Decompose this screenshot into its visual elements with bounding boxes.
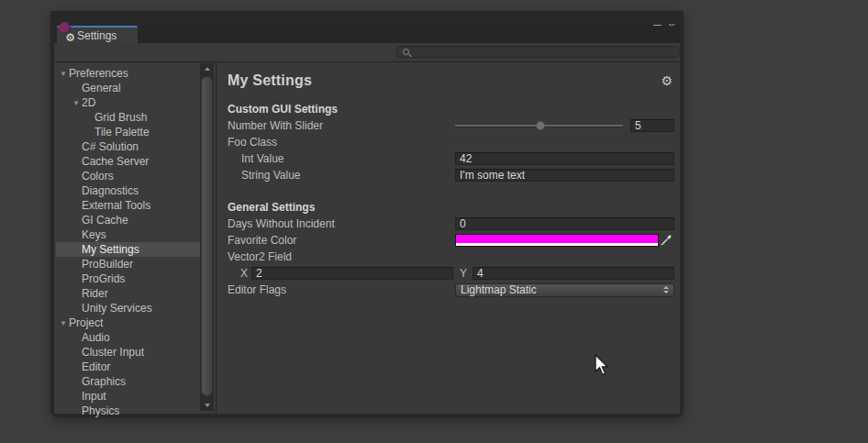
sidebar-item[interactable]: Colors	[56, 169, 200, 183]
scroll-up-button[interactable]	[200, 63, 214, 74]
editor-flags-dropdown[interactable]: Lightmap Static	[455, 283, 674, 297]
sidebar-item-label: Physics	[82, 404, 119, 417]
triangle-up-icon	[205, 67, 210, 71]
field-label: Editor Flags	[228, 283, 455, 296]
sidebar-item[interactable]: Graphics	[56, 374, 200, 389]
settings-sidebar: ▼ Preferences General ▼ 2D	[54, 62, 217, 414]
sidebar-item-label: Rider	[82, 287, 108, 300]
sidebar-item[interactable]: External Tools	[56, 198, 200, 213]
sidebar-item[interactable]: ProGrids	[56, 271, 200, 286]
sidebar-item-label: Editor	[82, 360, 110, 373]
x-axis-label: X	[240, 267, 248, 280]
string-value-field[interactable]: I'm some text	[455, 169, 674, 182]
sidebar-item[interactable]: Editor	[56, 360, 200, 374]
field-label: Days Without Incident	[228, 217, 455, 230]
sidebar-item[interactable]: Cluster Input	[56, 345, 200, 360]
sidebar-item[interactable]: Grid Brush	[56, 110, 200, 125]
settings-tree: ▼ Preferences General ▼ 2D	[54, 62, 216, 418]
sidebar-item[interactable]: C# Solution	[56, 139, 200, 154]
settings-window: × ⚙ Settings ▼	[50, 11, 684, 417]
sidebar-item[interactable]: My Settings	[56, 242, 200, 257]
sidebar-item-label: Project	[69, 316, 103, 329]
sidebar-item-label: Cluster Input	[82, 346, 144, 359]
scrollbar-thumb[interactable]	[201, 76, 213, 396]
row-vector2-label: Vector2 Field	[228, 249, 674, 265]
section-header-custom-gui: Custom GUI Settings	[228, 101, 674, 117]
tab-settings[interactable]: ⚙ Settings	[57, 26, 138, 43]
sidebar-item[interactable]: ▼ Preferences	[56, 66, 200, 81]
sidebar-item-label: Grid Brush	[95, 111, 147, 124]
sidebar-item[interactable]: Keys	[56, 227, 200, 242]
sidebar-item-label: 2D	[82, 96, 95, 109]
tab-strip: ⚙ Settings	[54, 26, 680, 43]
window-titlebar: ×	[54, 11, 680, 26]
sidebar-item-label: Unity Services	[82, 302, 152, 315]
sidebar-item[interactable]: ▼ Project	[56, 316, 200, 330]
row-days-without-incident: Days Without Incident 0	[228, 216, 674, 232]
sidebar-item[interactable]: General	[56, 81, 200, 95]
sidebar-item[interactable]: Physics	[56, 404, 200, 418]
slider-thumb[interactable]	[536, 121, 545, 130]
field-label: Foo Class	[228, 136, 455, 149]
section-header-general: General Settings	[228, 199, 674, 216]
eyedropper-icon[interactable]	[659, 234, 674, 247]
page-title: My Settings	[228, 72, 312, 89]
sidebar-item-label: Preferences	[69, 67, 128, 80]
settings-tab-icon: ⚙	[60, 28, 75, 42]
color-swatch-fill	[456, 235, 658, 243]
search-input[interactable]	[413, 47, 680, 57]
row-string-value: String Value I'm some text	[228, 167, 674, 183]
sidebar-item[interactable]: ▼ 2D	[56, 95, 200, 110]
row-foo-class: Foo Class	[228, 134, 674, 150]
sidebar-item-label: Keys	[82, 228, 106, 241]
expander-arrow-icon[interactable]: ▼	[58, 319, 69, 327]
sidebar-item[interactable]: Rider	[56, 286, 200, 301]
color-field[interactable]	[455, 234, 659, 247]
expander-arrow-icon[interactable]: ▼	[58, 70, 69, 78]
dropdown-arrows-icon	[663, 286, 669, 293]
sidebar-item-label: Tile Palette	[95, 126, 150, 138]
sidebar-item[interactable]: Tile Palette	[56, 125, 200, 139]
days-field[interactable]: 0	[455, 217, 674, 230]
desktop: { "window": { "tab_title": "Settings" },…	[0, 0, 868, 443]
sidebar-item-label: Audio	[82, 331, 110, 344]
sidebar-item[interactable]: Cache Server	[56, 154, 200, 169]
tab-title: Settings	[77, 29, 117, 42]
scroll-down-button[interactable]	[200, 400, 214, 411]
field-label: Vector2 Field	[228, 250, 455, 263]
sidebar-item[interactable]: Input	[56, 389, 200, 404]
sidebar-item-label: Graphics	[82, 375, 126, 388]
sidebar-item-label: Diagnostics	[82, 184, 139, 197]
sidebar-item[interactable]: Unity Services	[56, 301, 200, 316]
int-value-field[interactable]: 42	[455, 152, 674, 165]
row-favorite-color: Favorite Color	[228, 232, 674, 249]
sidebar-item-label: External Tools	[82, 199, 150, 212]
sidebar-item[interactable]: GI Cache	[56, 213, 200, 227]
sidebar-item[interactable]: Diagnostics	[56, 183, 200, 198]
number-slider[interactable]	[455, 119, 623, 132]
row-vector2-xy: X 2 Y 4	[228, 265, 674, 282]
search-box[interactable]	[395, 46, 681, 58]
y-axis-label: Y	[460, 267, 467, 280]
row-editor-flags: Editor Flags Lightmap Static	[228, 282, 674, 298]
settings-content: My Settings ⚙ Custom GUI Settings Number…	[217, 62, 680, 414]
sidebar-item-label: My Settings	[82, 243, 139, 256]
vector2-y-field[interactable]: 4	[473, 267, 674, 280]
sidebar-item[interactable]: ProBuilder	[56, 257, 200, 271]
toolbar	[54, 43, 680, 62]
sidebar-item[interactable]: Audio	[56, 330, 200, 345]
expander-arrow-icon[interactable]: ▼	[71, 99, 82, 107]
panel-gear-icon[interactable]: ⚙	[661, 73, 673, 88]
dropdown-value: Lightmap Static	[461, 283, 537, 296]
purple-dot-icon	[59, 22, 71, 34]
sidebar-item-label: Cache Server	[82, 155, 149, 168]
sidebar-item-label: Input	[82, 390, 106, 403]
sidebar-scrollbar	[200, 63, 214, 411]
row-number-with-slider: Number With Slider 5	[228, 117, 674, 134]
field-label: Favorite Color	[228, 234, 455, 247]
triangle-down-icon	[205, 404, 210, 407]
slider-value-field[interactable]: 5	[630, 119, 674, 132]
vector2-x-field[interactable]: 2	[251, 267, 453, 280]
sidebar-item-label: ProBuilder	[82, 258, 133, 271]
row-int-value: Int Value 42	[228, 150, 674, 167]
